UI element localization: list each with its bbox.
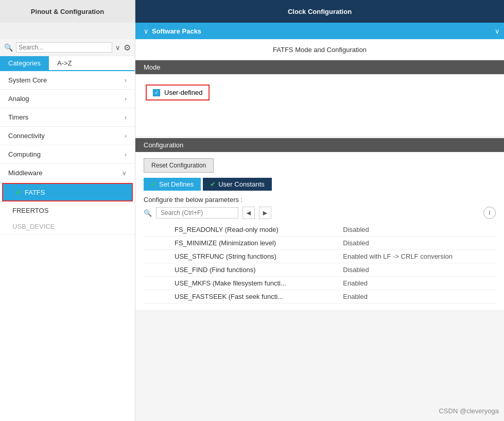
freertos-label: FREERTOS [12, 207, 48, 214]
content-area: FATFS Mode and Configuration Mode ✓ User… [135, 39, 504, 421]
sidebar-item-fatfs[interactable]: ✔ FATFS [2, 183, 133, 201]
config-section-header: Configuration [135, 138, 504, 152]
tab-az[interactable]: A->Z [49, 56, 80, 70]
fatfs-title-text: FATFS Mode and Configuration [273, 46, 367, 54]
param-value: Enabled with LF -> CRLF conversion [339, 250, 496, 263]
clock-title: Clock Configuration [288, 8, 352, 15]
sidebar-item-computing[interactable]: Computing › [0, 145, 135, 164]
user-constants-check-icon: ✔ [210, 180, 216, 188]
pinout-title: Pinout & Configuration [31, 8, 104, 15]
param-value: Disabled [339, 237, 496, 250]
dropdown-arrow-icon[interactable]: ∨ [115, 44, 120, 52]
sidebar: 🔍 ∨ ⚙ Categories A->Z System Core › Anal… [0, 39, 135, 421]
tab-categories[interactable]: Categories [0, 56, 49, 70]
chevron-right-icon: › [125, 77, 127, 84]
search-params-input[interactable] [156, 207, 238, 218]
config-tabs: ✔ Set Defines ✔ User Constants [144, 178, 496, 191]
timers-label: Timers [8, 113, 28, 121]
tab-set-defines[interactable]: ✔ Set Defines [144, 178, 201, 191]
connectivity-label: Connectivity [8, 132, 45, 140]
param-value: Disabled [339, 223, 496, 237]
middleware-header[interactable]: Middleware ∨ [0, 164, 135, 182]
search-params-row: 🔍 ◄ ► i [144, 207, 496, 219]
chevron-down-icon: ∨ [122, 170, 127, 177]
param-value: Enabled [339, 277, 496, 290]
chevron-right-icon: › [125, 151, 127, 158]
param-name: USE_MKFS (Make filesystem functi... [144, 277, 339, 290]
chevron-right-icon: › [125, 114, 127, 121]
table-row: FS_MINIMIZE (Minimization level)Disabled [144, 237, 496, 250]
fatfs-mode-title: FATFS Mode and Configuration [135, 39, 504, 60]
fatfs-check-icon: ✔ [15, 188, 22, 196]
table-row: USE_FIND (Find functions)Disabled [144, 263, 496, 277]
sidebar-item-system-core[interactable]: System Core › [0, 71, 135, 90]
params-table: FS_READONLY (Read-only mode)DisabledFS_M… [144, 223, 496, 304]
chevron-right-icon: › [125, 95, 127, 103]
user-constants-label: User Constants [218, 180, 265, 188]
info-icon[interactable]: i [483, 207, 496, 219]
middleware-subitems: ✔ FATFS FREERTOS USB_DEVICE [0, 183, 135, 234]
param-name: FS_READONLY (Read-only mode) [144, 223, 339, 237]
table-row: USE_MKFS (Make filesystem functi...Enabl… [144, 277, 496, 290]
mode-section-header: Mode [135, 60, 504, 74]
param-name: USE_FASTSEEK (Fast seek functi... [144, 290, 339, 304]
table-row: USE_FASTSEEK (Fast seek functi...Enabled [144, 290, 496, 304]
param-value: Enabled [339, 290, 496, 304]
user-defined-label: User-defined [164, 89, 202, 96]
sidebar-item-connectivity[interactable]: Connectivity › [0, 127, 135, 145]
tab-user-constants[interactable]: ✔ User Constants [203, 178, 272, 191]
param-name: FS_MINIMIZE (Minimization level) [144, 237, 339, 250]
configure-params-label: Configure the below parameters : [144, 196, 496, 204]
user-defined-row: ✓ User-defined [146, 85, 210, 100]
table-row: FS_READONLY (Read-only mode)Disabled [144, 223, 496, 237]
sidebar-item-freertos[interactable]: FREERTOS [0, 203, 135, 218]
mode-section: ✓ User-defined [135, 74, 504, 136]
usb-device-label: USB_DEVICE [12, 223, 55, 230]
search-input[interactable] [16, 42, 112, 53]
search-icon: 🔍 [4, 43, 13, 52]
param-value: Disabled [339, 263, 496, 277]
software-packs-label: Software Packs [152, 27, 201, 35]
sidebar-item-timers[interactable]: Timers › [0, 108, 135, 127]
fatfs-label: FATFS [25, 189, 45, 196]
chevron-right-icon: › [125, 132, 127, 140]
sidebar-item-usb-device: USB_DEVICE [0, 218, 135, 234]
param-name: USE_STRFUNC (String functions) [144, 250, 339, 263]
sidebar-item-middleware: Middleware ∨ ✔ FATFS FREERTOS USB_DEVICE [0, 164, 135, 235]
pinout-header: Pinout & Configuration [0, 0, 135, 23]
set-defines-label: Set Defines [159, 180, 194, 188]
gear-icon[interactable]: ⚙ [124, 43, 131, 53]
computing-label: Computing [8, 150, 41, 158]
config-content: Reset Configuration ✔ Set Defines ✔ User… [135, 152, 504, 310]
system-core-label: System Core [8, 76, 47, 84]
reset-configuration-button[interactable]: Reset Configuration [144, 158, 214, 173]
set-defines-check-icon: ✔ [151, 180, 157, 188]
middleware-label: Middleware [8, 169, 42, 177]
param-name: USE_FIND (Find functions) [144, 263, 339, 277]
table-row: USE_STRFUNC (String functions)Enabled wi… [144, 250, 496, 263]
sidebar-tabs: Categories A->Z [0, 56, 135, 71]
chevron-down-icon: ∨ [144, 27, 149, 35]
watermark: CSDN @cleveryoga [439, 407, 499, 415]
search-bar: 🔍 ∨ ⚙ [0, 39, 135, 56]
user-defined-checkbox[interactable]: ✓ [153, 89, 160, 96]
next-param-button[interactable]: ► [259, 207, 271, 219]
search-params-icon: 🔍 [144, 209, 152, 217]
sidebar-item-analog[interactable]: Analog › [0, 90, 135, 108]
analog-label: Analog [8, 95, 29, 103]
clock-header: Clock Configuration [135, 0, 504, 23]
chevron-down-icon-right: ∨ [495, 27, 500, 35]
prev-param-button[interactable]: ◄ [242, 207, 255, 219]
